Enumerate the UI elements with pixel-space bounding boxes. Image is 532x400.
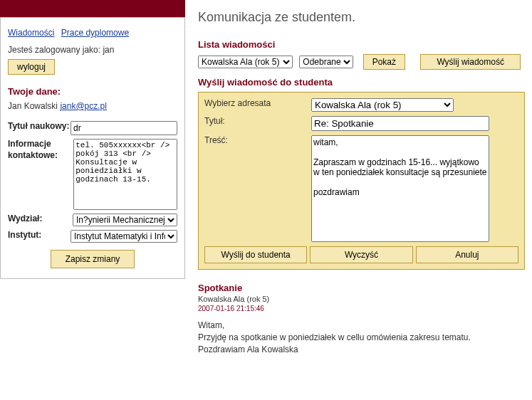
label-informacje-kontaktowe: Informacje kontaktowe: [8,139,73,161]
nav-wiadomosci[interactable]: Wiadomości [8,28,54,38]
label-instytut: Instytut: [8,230,71,241]
logout-button[interactable]: wyloguj [8,59,55,75]
sidebar-header-bar [0,0,185,17]
nav-prace-dyplomowe[interactable]: Prace dyplomowe [61,28,129,38]
message-body: Witam, Przyjdę na spotkanie w poniedział… [198,320,525,355]
logged-in-text: Jesteś zalogowany jako: jan [8,45,177,55]
pokaz-button[interactable]: Pokaż [363,54,405,70]
logged-user: jan [103,45,114,55]
logged-prefix: Jesteś zalogowany jako: [8,45,103,55]
wyslij-do-studenta-heading: Wyślij wiadomość do studenta [198,77,525,88]
user-email-link[interactable]: jank@pcz.pl [60,101,107,111]
send-to-student-button[interactable]: Wyślij do studenta [204,246,307,263]
twoje-dane-heading: Twoje dane: [8,86,177,97]
message-title: Spotkanie [198,283,525,293]
input-tytul[interactable] [311,116,489,131]
select-adresata[interactable]: Kowalska Ala (rok 5) [311,98,454,112]
textarea-tresc[interactable]: witam, Zapraszam w godzinach 15-16... wy… [311,135,489,242]
clear-button[interactable]: Wyczyść [310,246,412,263]
save-button[interactable]: Zapisz zmiany [51,250,135,268]
filter-student-select[interactable]: Kowalska Ala (rok 5) [198,56,293,68]
wyslij-wiadomosc-button[interactable]: Wyślij wiadomość [420,54,521,70]
label-tytul-naukowy: Tytuł naukowy: [8,121,71,132]
user-full-name: Jan Kowalski [8,101,58,111]
label-wybierz-adresata: Wybierz adresata [204,98,311,108]
compose-panel: Wybierz adresata Kowalska Ala (rok 5) Ty… [198,92,525,270]
lista-wiadomosci-heading: Lista wiadomości [198,39,525,50]
page-title: Komunikacja ze studentem. [198,10,525,25]
message-item: Spotkanie Kowalska Ala (rok 5) 2007-01-1… [198,283,525,355]
textarea-informacje-kontaktowe[interactable]: tel. 505xxxxxx<br /> pokój 313 <br /> Ko… [73,139,177,210]
label-wydzial: Wydział: [8,214,73,225]
message-from: Kowalska Ala (rok 5) [198,295,525,303]
cancel-button[interactable]: Anuluj [416,246,518,263]
filter-folder-select[interactable]: Odebrane [299,56,353,68]
label-tresc: Treść: [204,135,311,145]
input-tytul-naukowy[interactable] [71,121,177,135]
message-date: 2007-01-16 21:15:46 [198,305,525,312]
select-wydzial[interactable]: In?ynierii Mechanicznej [73,214,177,226]
select-instytut[interactable]: Instytut Matematyki i Informatyki [71,230,177,243]
label-tytul: Tytuł: [204,116,311,126]
